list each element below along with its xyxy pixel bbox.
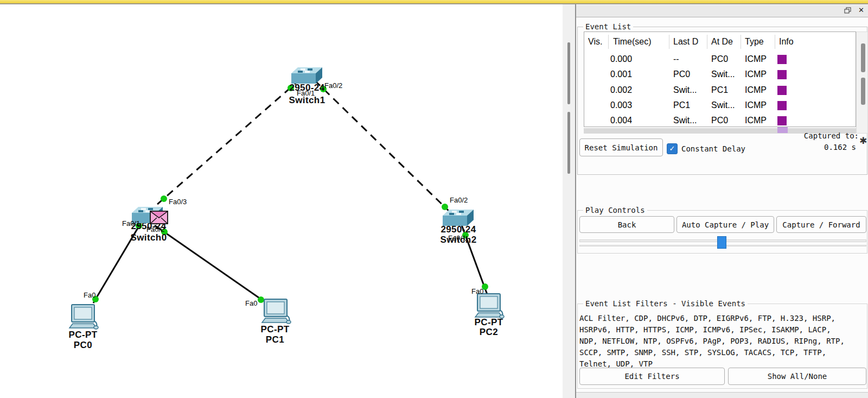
event-cell: ICMP bbox=[745, 98, 767, 113]
col-header-info[interactable]: Info bbox=[779, 32, 794, 52]
splitter-grip[interactable] bbox=[567, 112, 570, 174]
show-all-none-button[interactable]: Show All/None bbox=[728, 368, 866, 385]
event-row[interactable]: 0.004Swit...PC0ICMP bbox=[584, 113, 856, 127]
event-row[interactable]: 0.003PC1Swit...ICMP bbox=[584, 98, 856, 113]
pc2-name-label: PC2 bbox=[445, 327, 532, 338]
visible-events-line: ACL Filter, CDP, DHCPv6, DTP, EIGRPv6, F… bbox=[579, 313, 866, 324]
event-cell: Swit... bbox=[711, 67, 735, 82]
event-cell: Swit... bbox=[673, 113, 697, 127]
switch1-icon[interactable] bbox=[291, 67, 323, 86]
event-cell: Swit... bbox=[711, 98, 735, 113]
column-divider[interactable] bbox=[707, 35, 707, 49]
event-list-table[interactable]: Vis. Time(sec) Last D At De Type Info 0.… bbox=[584, 31, 856, 127]
edit-filters-button[interactable]: Edit Filters bbox=[579, 368, 725, 385]
event-list-vscrollbar[interactable] bbox=[856, 31, 868, 134]
event-cell: PC1 bbox=[673, 98, 690, 113]
col-header-lastdevice[interactable]: Last D bbox=[673, 32, 705, 52]
column-divider[interactable] bbox=[775, 35, 775, 49]
column-divider[interactable] bbox=[608, 35, 609, 49]
play-slider-handle[interactable] bbox=[717, 236, 726, 249]
event-cell: 0.001 bbox=[610, 67, 632, 82]
pc0-icon[interactable] bbox=[68, 304, 99, 332]
col-header-vis[interactable]: Vis. bbox=[588, 32, 602, 52]
port-label: Fa0/1 bbox=[448, 234, 466, 242]
event-cell: Swit... bbox=[673, 83, 697, 98]
visible-events-line: NDP, NETFLOW, NTP, OSPFv6, PAgP, POP3, R… bbox=[579, 336, 866, 347]
link-status-dot bbox=[161, 195, 167, 202]
visible-events-line: SCCP, SMTP, SNMP, SSH, STP, SYSLOG, TACA… bbox=[579, 347, 866, 358]
play-controls-legend: Play Controls bbox=[583, 206, 647, 214]
port-label: Fa0/2 bbox=[146, 225, 164, 233]
visible-events-line: HSRPv6, HTTP, HTTPS, ICMP, ICMPv6, IPSec… bbox=[579, 324, 866, 336]
col-header-time[interactable]: Time(sec) bbox=[613, 32, 652, 52]
event-cell: 0.003 bbox=[610, 98, 632, 113]
visible-events-list: ACL Filter, CDP, DHCPv6, DTP, EIGRPv6, F… bbox=[579, 313, 866, 370]
port-label: Fa0/1 bbox=[297, 89, 315, 97]
event-cell: ICMP bbox=[745, 113, 767, 127]
pc1-name-label: PC1 bbox=[232, 334, 318, 345]
event-row[interactable]: 0.000--PC0ICMP bbox=[584, 52, 856, 67]
event-cell: PC0 bbox=[711, 113, 728, 127]
close-panel-icon[interactable]: ✕ bbox=[858, 6, 864, 14]
event-info-color-box[interactable] bbox=[777, 70, 787, 79]
capture-forward-button[interactable]: Capture / Forward bbox=[776, 216, 866, 233]
column-divider[interactable] bbox=[669, 35, 669, 49]
pc2-icon[interactable] bbox=[474, 293, 505, 321]
event-cell: -- bbox=[673, 52, 679, 67]
col-header-atdevice[interactable]: At De bbox=[711, 32, 739, 52]
event-cell: ICMP bbox=[745, 52, 767, 67]
port-label: Fa0/2 bbox=[450, 196, 468, 204]
col-header-type[interactable]: Type bbox=[745, 32, 764, 52]
event-list-legend: Event List bbox=[583, 22, 633, 31]
packet-tracer-window: 2950-24Switch0 2950-24Switch1 2950-24Swi… bbox=[0, 0, 868, 398]
column-divider[interactable] bbox=[741, 35, 741, 49]
pc1-icon[interactable] bbox=[261, 299, 291, 327]
pc0-name-label: PC0 bbox=[40, 340, 126, 351]
event-cell: 0.004 bbox=[610, 113, 632, 127]
event-row[interactable]: 0.002Swit...PC1ICMP bbox=[584, 83, 856, 98]
event-row[interactable]: 0.001PC0Swit...ICMP bbox=[584, 67, 856, 82]
event-cell: PC0 bbox=[673, 67, 690, 82]
captured-to-label: Captured to: bbox=[770, 131, 859, 140]
busy-indicator-icon: ✱ bbox=[859, 135, 867, 147]
event-cell: 0.002 bbox=[610, 83, 632, 98]
panel-splitter[interactable] bbox=[563, 4, 575, 398]
event-cell: 0.000 bbox=[610, 52, 632, 67]
reset-simulation-button[interactable]: Reset Simulation bbox=[579, 138, 663, 156]
event-info-color-box[interactable] bbox=[777, 101, 787, 110]
icmp-packet-envelope-icon[interactable] bbox=[150, 211, 168, 226]
port-label: Fa0/2 bbox=[324, 81, 342, 90]
panel-titlebar[interactable]: Simulation Panel bbox=[576, 5, 868, 17]
filters-legend: Event List Filters - Visible Events bbox=[583, 299, 748, 308]
event-cell: PC1 bbox=[711, 83, 728, 98]
collapsed-section-edge bbox=[576, 392, 868, 398]
vscroll-thumb[interactable] bbox=[861, 43, 865, 72]
captured-to-value: 0.162 s bbox=[770, 143, 856, 151]
splitter-grip[interactable] bbox=[567, 42, 570, 104]
topology-canvas[interactable]: 2950-24Switch0 2950-24Switch1 2950-24Swi… bbox=[0, 4, 563, 398]
event-cell: ICMP bbox=[745, 67, 767, 82]
port-label: Fa0/1 bbox=[122, 219, 140, 228]
vscroll-thumb[interactable] bbox=[861, 78, 865, 105]
constant-delay-label: Constant Delay bbox=[681, 144, 745, 153]
switch0-name-label: Switch0 bbox=[105, 232, 192, 243]
port-label: Fa0 bbox=[471, 287, 483, 295]
event-cell: PC0 bbox=[711, 52, 728, 67]
auto-capture-play-button[interactable]: Auto Capture / Play bbox=[676, 216, 774, 233]
port-label: Fa0 bbox=[84, 291, 95, 299]
switch2-icon[interactable] bbox=[443, 209, 474, 229]
event-info-color-box[interactable] bbox=[777, 55, 787, 64]
event-info-color-box[interactable] bbox=[777, 116, 787, 125]
toolbar-edge bbox=[0, 0, 868, 4]
event-cell: ICMP bbox=[745, 83, 767, 98]
float-panel-icon[interactable] bbox=[844, 7, 851, 15]
event-info-color-box[interactable] bbox=[777, 86, 787, 95]
port-label: Fa0 bbox=[245, 299, 257, 307]
constant-delay-checkbox[interactable]: ✓ bbox=[667, 143, 678, 154]
back-button[interactable]: Back bbox=[579, 216, 674, 233]
port-label: Fa0/3 bbox=[169, 198, 187, 206]
